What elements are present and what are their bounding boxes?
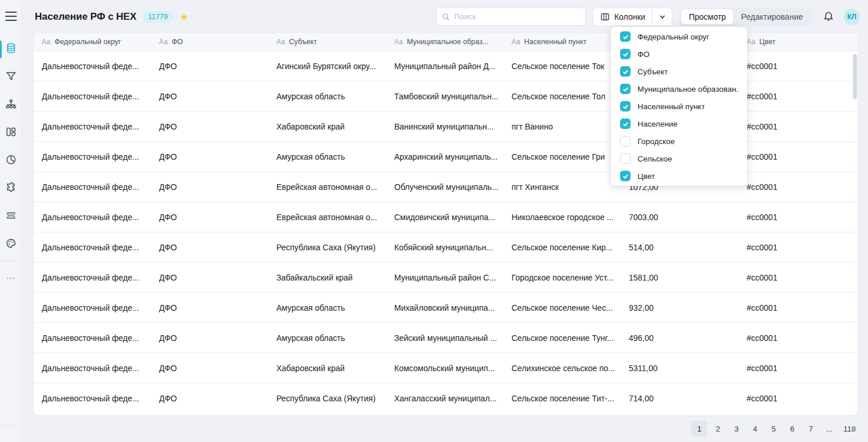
column-toggle-item[interactable]: Население: [611, 115, 747, 132]
checkbox-checked-icon[interactable]: [620, 31, 631, 42]
table-cell: Сельское поселение Тунг...: [503, 323, 621, 353]
table-cell: 514,00: [621, 232, 739, 262]
columns-dropdown-toggle[interactable]: [652, 8, 672, 26]
pagination-page-1[interactable]: 1: [691, 421, 707, 437]
row-count-badge: 11779: [142, 11, 174, 23]
sidebar-item-database[interactable]: [0, 35, 22, 63]
table-row[interactable]: Дальневосточный феде...ДФОАмурская облас…: [34, 293, 858, 323]
puzzle-icon: [5, 182, 17, 196]
notifications-bell-icon[interactable]: [823, 11, 834, 23]
table-cell: Дальневосточный феде...: [34, 353, 151, 383]
column-header-label: Субъект: [289, 38, 317, 46]
column-header-7[interactable]: АаЦвет: [739, 33, 858, 51]
pagination-page-118[interactable]: 118: [840, 421, 859, 437]
column-header-label: Федеральный округ: [55, 38, 121, 46]
table-cell: Муниципальный район С...: [386, 263, 503, 292]
checkbox-unchecked-icon[interactable]: [620, 136, 631, 146]
pagination-page-2[interactable]: 2: [709, 421, 726, 437]
column-toggle-label: Городское: [638, 137, 675, 146]
column-header-2[interactable]: АаФО: [151, 33, 268, 51]
pagination-page-3[interactable]: 3: [728, 421, 744, 437]
table-cell: #cc0001: [739, 232, 858, 262]
table-cell: #cc0001: [739, 142, 858, 171]
table-cell: Амурская область: [268, 142, 386, 171]
palette-icon: [5, 238, 17, 251]
checkbox-checked-icon[interactable]: [620, 101, 631, 112]
column-toggle-item[interactable]: Цвет: [611, 167, 747, 185]
pagination-page-4[interactable]: 4: [747, 421, 763, 437]
sidebar-item-filter[interactable]: [0, 63, 22, 91]
table-row[interactable]: Дальневосточный феде...ДФОАмурская облас…: [34, 323, 858, 353]
filter-icon: [5, 70, 17, 84]
column-toggle-label: ФО: [638, 50, 650, 59]
sidebar-divider: [0, 261, 21, 261]
table-cell: Агинский Бурятский окру...: [268, 51, 386, 81]
checkbox-checked-icon[interactable]: [620, 171, 631, 181]
columns-button-label: Колонки: [614, 12, 645, 21]
table-cell: Амурская область: [268, 293, 386, 322]
column-toggle-item[interactable]: Муниципальное образован...: [611, 80, 747, 98]
table-cell: #cc0001: [739, 172, 858, 202]
favorite-star-icon[interactable]: ★: [179, 12, 189, 22]
column-toggle-label: Сельское: [638, 154, 672, 163]
user-avatar[interactable]: КЛ: [844, 9, 860, 25]
checkbox-checked-icon[interactable]: [620, 118, 631, 129]
vertical-scrollbar[interactable]: [853, 54, 857, 99]
edit-mode-tab[interactable]: Редактирование: [733, 9, 811, 24]
column-header-5[interactable]: АаНаселенный пункт: [503, 33, 621, 51]
chevron-down-icon: [659, 13, 666, 20]
column-header-4[interactable]: АаМуниципальное образ...: [386, 33, 503, 51]
table-row[interactable]: Дальневосточный феде...ДФОХабаровский кр…: [34, 353, 858, 383]
pagination-page-7[interactable]: 7: [802, 421, 819, 437]
table-cell: ДФО: [151, 323, 268, 353]
table-cell: Дальневосточный феде...: [34, 142, 151, 171]
sidebar-item-svg-file[interactable]: SVG: [0, 203, 22, 231]
column-toggle-item[interactable]: Федеральный округ: [611, 28, 747, 45]
mode-toggle: Просмотр Редактирование: [679, 8, 812, 26]
column-header-label: Цвет: [759, 38, 776, 46]
table-cell: Кобяйский муниципальн...: [386, 232, 503, 262]
hamburger-menu-icon[interactable]: [5, 12, 17, 21]
checkbox-unchecked-icon[interactable]: [620, 153, 631, 164]
table-row[interactable]: Дальневосточный феде...ДФОРеспублика Сах…: [34, 232, 858, 263]
checkbox-checked-icon[interactable]: [620, 84, 631, 94]
table-cell: Ванинский муниципальн...: [386, 112, 503, 141]
svg-text:SVG: SVG: [7, 213, 15, 217]
table-row[interactable]: Дальневосточный феде...ДФОЗабайкальский …: [34, 263, 858, 293]
search-input[interactable]: Поиск: [436, 8, 586, 26]
column-toggle-item[interactable]: ФО: [611, 45, 747, 63]
columns-button-main[interactable]: Колонки: [593, 8, 652, 26]
sidebar-more-icon[interactable]: ...: [0, 264, 22, 287]
sidebar-item-hierarchy[interactable]: [0, 91, 22, 119]
columns-dropdown-menu: Федеральный округФОСубъектМуниципальное …: [611, 27, 747, 186]
checkbox-checked-icon[interactable]: [620, 66, 631, 77]
column-header-label: Муниципальное образ...: [407, 38, 489, 46]
table-cell: Дальневосточный феде...: [34, 202, 151, 232]
column-toggle-item[interactable]: Субъект: [611, 63, 747, 80]
table-row[interactable]: Дальневосточный феде...ДФОРеспублика Сах…: [34, 383, 858, 414]
pagination-page-6[interactable]: 6: [784, 421, 800, 437]
table-cell: Селихинское сельское по...: [503, 353, 621, 383]
table-cell: Хабаровский край: [268, 112, 386, 141]
column-toggle-item[interactable]: Населенный пункт: [611, 98, 747, 115]
table-cell: Сельское поселение Тит-...: [503, 383, 621, 414]
column-toggle-item[interactable]: Городское: [611, 132, 747, 150]
search-placeholder: Поиск: [454, 12, 476, 21]
table-row[interactable]: Дальневосточный феде...ДФОЕврейская авто…: [34, 202, 858, 232]
column-toggle-item[interactable]: Сельское: [611, 150, 747, 167]
view-mode-tab[interactable]: Просмотр: [681, 9, 733, 24]
pagination-page-5[interactable]: 5: [765, 421, 781, 437]
table-cell: Хабаровский край: [268, 353, 386, 383]
sidebar-item-layout[interactable]: [0, 119, 22, 147]
table-cell: Сельское поселение Ток: [503, 51, 621, 81]
sidebar-item-palette[interactable]: [0, 231, 22, 258]
checkbox-checked-icon[interactable]: [620, 49, 631, 59]
column-header-1[interactable]: АаФедеральный округ: [34, 33, 151, 51]
column-header-3[interactable]: АаСубъект: [268, 33, 386, 51]
table-cell: Дальневосточный феде...: [34, 81, 151, 111]
table-cell: #cc0001: [739, 323, 858, 353]
sidebar-item-puzzle[interactable]: [0, 175, 22, 203]
sidebar-item-pie-chart[interactable]: [0, 147, 22, 175]
search-icon: [442, 13, 450, 21]
table-cell: ДФО: [151, 81, 268, 111]
